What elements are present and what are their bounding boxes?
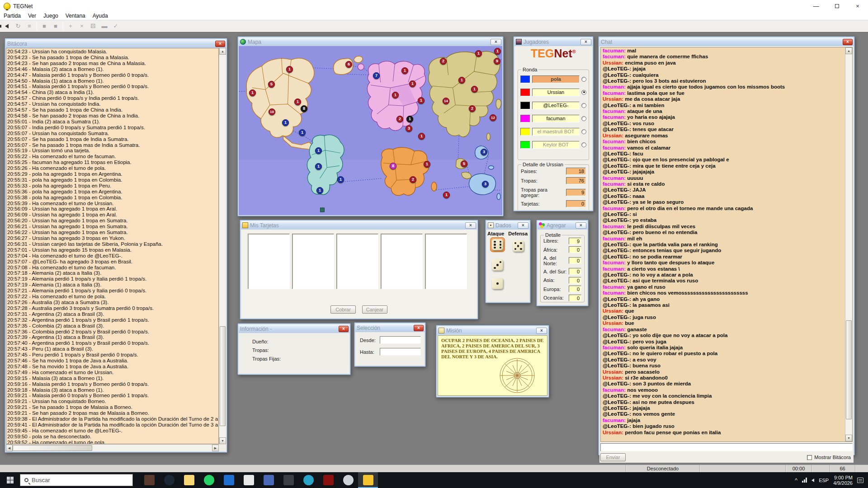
country-troops-badge[interactable]: 6 xyxy=(345,61,352,68)
country-troops-badge[interactable]: 1 xyxy=(471,86,478,93)
network-icon[interactable] xyxy=(802,478,807,483)
country-troops-badge[interactable]: 1 xyxy=(494,48,501,55)
mision-titlebar[interactable]: Misión × xyxy=(437,326,548,335)
scroll-thumb[interactable] xyxy=(220,326,226,426)
taskbar-file-explorer-icon[interactable] xyxy=(179,472,199,488)
player-radio[interactable] xyxy=(581,77,586,82)
toolbar-stop-icon[interactable]: ■ xyxy=(39,21,50,31)
country-troops-badge[interactable]: 3 xyxy=(406,125,412,132)
toolbar-close-icon[interactable]: × xyxy=(76,21,87,31)
seleccion-close-icon[interactable]: × xyxy=(414,325,424,331)
seleccion-titlebar[interactable]: Selección × xyxy=(355,324,425,332)
toolbar-speaker-icon[interactable] xyxy=(1,21,12,31)
country-troops-badge[interactable]: 7 xyxy=(373,72,380,79)
taskbar-notes-icon[interactable] xyxy=(259,472,278,488)
country-troops-badge[interactable]: 1 xyxy=(409,80,416,87)
country-troops-badge[interactable]: 2 xyxy=(396,116,403,122)
main-titlebar[interactable]: TEGNet — × xyxy=(0,0,868,12)
country-troops-badge[interactable]: 1 xyxy=(249,89,256,96)
menu-ayuda[interactable]: Ayuda xyxy=(89,12,112,20)
taskbar-calculator-icon[interactable] xyxy=(278,472,298,488)
country-troops-badge[interactable]: 5 xyxy=(268,81,275,88)
player-radio[interactable] xyxy=(581,142,586,147)
scroll-thumb[interactable] xyxy=(13,445,92,451)
taskbar-edge-icon[interactable] xyxy=(298,472,318,488)
taskbar-search[interactable]: Buscar xyxy=(20,474,133,486)
volume-icon[interactable] xyxy=(811,479,814,482)
mapa-titlebar[interactable]: Mapa × xyxy=(239,38,502,46)
jugadores-close-icon[interactable]: × xyxy=(580,39,591,45)
country-troops-badge[interactable]: 1 xyxy=(418,97,425,104)
menu-ver[interactable]: Ver xyxy=(24,12,40,20)
chat-input[interactable] xyxy=(600,443,853,451)
restore-button[interactable] xyxy=(826,0,847,12)
country-troops-badge[interactable]: 10 xyxy=(269,108,275,115)
country-troops-badge[interactable]: 2 xyxy=(410,176,416,183)
player-radio[interactable] xyxy=(581,129,586,134)
menu-partida[interactable]: Partida xyxy=(0,12,24,20)
informacion-close-icon[interactable]: × xyxy=(339,326,349,332)
country-troops-badge[interactable]: 1 xyxy=(315,147,322,154)
taskbar-steam-icon[interactable] xyxy=(159,472,179,488)
scroll-up-icon[interactable]: ▲ xyxy=(845,47,852,54)
bitacora-titlebar[interactable]: Bitácora × xyxy=(6,39,226,48)
mapa-close-icon[interactable]: × xyxy=(491,39,501,45)
desde-input[interactable] xyxy=(380,336,421,344)
scroll-up-icon[interactable]: ▲ xyxy=(219,48,226,55)
country-troops-badge[interactable]: 1 xyxy=(401,67,408,74)
toolbar-list-icon[interactable]: ≡ xyxy=(24,21,35,31)
mostrar-bitacora-checkbox[interactable] xyxy=(807,455,812,460)
menu-juego[interactable]: Juego xyxy=(40,12,62,20)
notification-center-icon[interactable] xyxy=(857,478,863,483)
taskbar-game-icon[interactable] xyxy=(139,472,159,488)
minimize-button[interactable]: — xyxy=(806,0,826,12)
cobrar-button[interactable]: Cobrar xyxy=(330,305,356,314)
toolbar-plus-icon[interactable]: + xyxy=(65,21,76,31)
country-troops-badge[interactable]: 1 xyxy=(475,50,482,57)
hasta-input[interactable] xyxy=(380,348,421,356)
country-troops-badge[interactable]: 1 xyxy=(294,99,301,105)
chat-titlebar[interactable]: Chat × xyxy=(599,38,854,46)
country-troops-badge[interactable]: 8 xyxy=(390,163,396,169)
player-radio[interactable] xyxy=(581,103,586,108)
toolbar-refresh-icon[interactable]: ↻ xyxy=(13,21,24,31)
country-troops-badge[interactable]: 5 xyxy=(461,160,467,167)
taskbar-acrobat-icon[interactable] xyxy=(318,472,338,488)
scroll-thumb[interactable] xyxy=(846,320,852,419)
scroll-left-icon[interactable]: ◀ xyxy=(6,445,13,451)
tarjetas-titlebar[interactable]: Mis Tarjetas × xyxy=(241,221,477,230)
country-troops-badge[interactable]: 1 xyxy=(315,163,322,170)
taskbar-word-icon[interactable] xyxy=(239,472,259,488)
country-troops-badge[interactable]: 1 xyxy=(424,161,430,168)
country-troops-badge[interactable]: 3 xyxy=(481,149,487,155)
country-troops-badge[interactable]: 1 xyxy=(392,92,399,99)
taskbar-mail-icon[interactable] xyxy=(219,472,239,488)
canjear-button[interactable]: Canjear xyxy=(362,305,387,314)
scroll-down-icon[interactable]: ▼ xyxy=(845,435,852,441)
chat-close-icon[interactable]: × xyxy=(843,39,853,45)
bitacora-close-icon[interactable]: × xyxy=(215,41,225,47)
country-troops-badge[interactable]: 8 xyxy=(301,105,307,112)
country-troops-badge[interactable]: 1 xyxy=(337,176,344,183)
scroll-right-icon[interactable]: ▶ xyxy=(212,445,219,451)
country-troops-badge[interactable]: 1 xyxy=(299,129,306,136)
menu-ventana[interactable]: Ventana xyxy=(62,12,89,20)
country-troops-badge[interactable]: 1 xyxy=(418,133,425,140)
scroll-down-icon[interactable]: ▼ xyxy=(219,437,226,444)
taskbar-opera-icon[interactable] xyxy=(338,472,358,488)
country-troops-badge[interactable]: 1 xyxy=(458,77,465,84)
country-troops-badge[interactable]: 12 xyxy=(490,114,496,121)
toolbar-check-icon[interactable]: ✓ xyxy=(110,21,121,31)
chat-message-list[interactable]: ▲ ▼ facuman: malfacuman: quie manera de … xyxy=(600,47,853,442)
chat-vscrollbar[interactable]: ▲ ▼ xyxy=(845,47,852,441)
close-button[interactable]: × xyxy=(847,0,868,12)
jugadores-titlebar[interactable]: Jugadores × xyxy=(514,38,592,46)
taskbar-clock[interactable]: 9:00 PM 4/9/2026 xyxy=(833,475,853,486)
informacion-titlebar[interactable]: Información - × xyxy=(239,324,349,333)
dados-titlebar[interactable]: Dados × xyxy=(486,221,529,230)
player-radio[interactable] xyxy=(581,116,586,121)
enviar-button[interactable]: Enviar xyxy=(600,453,626,461)
toolbar-stop2-icon[interactable]: ■ xyxy=(50,21,61,31)
toolbar-card-icon[interactable]: ▬ xyxy=(99,21,110,31)
mision-close-icon[interactable]: × xyxy=(536,328,547,334)
